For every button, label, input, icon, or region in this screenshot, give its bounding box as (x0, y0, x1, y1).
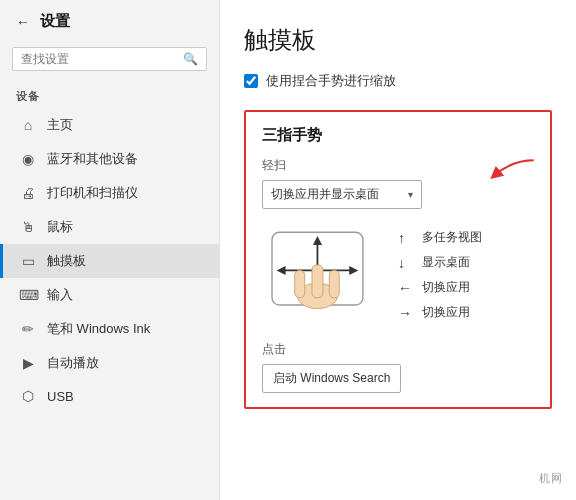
sidebar-item-touchpad[interactable]: ▭ 触摸板 (0, 244, 219, 278)
pinch-zoom-row: 使用捏合手势进行缩放 (244, 72, 552, 90)
swipe-dropdown[interactable]: 切换应用并显示桌面 ▾ (262, 180, 422, 209)
windows-search-button[interactable]: 启动 Windows Search (262, 364, 401, 393)
pinch-zoom-checkbox[interactable] (244, 74, 258, 88)
sidebar-item-home[interactable]: ⌂ 主页 (0, 108, 219, 142)
home-icon: ⌂ (19, 117, 37, 133)
sidebar-title: 设置 (40, 12, 70, 31)
svg-rect-10 (312, 265, 323, 298)
sidebar-item-pen[interactable]: ✏ 笔和 Windows Ink (0, 312, 219, 346)
sidebar-header: ← 设置 (0, 0, 219, 43)
down-arrow-icon: ↓ (398, 255, 414, 271)
gesture-diagram (262, 225, 382, 325)
sidebar-item-label: 鼠标 (47, 218, 73, 236)
click-label: 点击 (262, 341, 534, 358)
arrow-annotation (478, 156, 538, 190)
main-content: 触摸板 使用捏合手势进行缩放 三指手势 轻扫 切换应用并显示桌面 ▾ (220, 0, 576, 500)
sidebar-item-printer[interactable]: 🖨 打印机和扫描仪 (0, 176, 219, 210)
usb-icon: ⬡ (19, 388, 37, 404)
svg-rect-11 (329, 270, 339, 297)
printer-icon: 🖨 (19, 185, 37, 201)
dropdown-value: 切换应用并显示桌面 (271, 186, 379, 203)
mouse-icon: 🖱 (19, 219, 37, 235)
gesture-label-text: 显示桌面 (422, 254, 470, 271)
search-icon: 🔍 (183, 52, 198, 66)
sidebar-item-label: 打印机和扫描仪 (47, 184, 138, 202)
pinch-zoom-label: 使用捏合手势进行缩放 (266, 72, 396, 90)
input-icon: ⌨ (19, 287, 37, 303)
sidebar-item-bluetooth[interactable]: ◉ 蓝牙和其他设备 (0, 142, 219, 176)
back-icon[interactable]: ← (16, 14, 30, 30)
sidebar-item-label: 自动播放 (47, 354, 99, 372)
bluetooth-icon: ◉ (19, 151, 37, 167)
gesture-label-down: ↓ 显示桌面 (398, 254, 482, 271)
sidebar-item-input[interactable]: ⌨ 输入 (0, 278, 219, 312)
gesture-label-text: 切换应用 (422, 279, 470, 296)
chevron-down-icon: ▾ (408, 189, 413, 200)
sidebar-item-label: 笔和 Windows Ink (47, 320, 150, 338)
sidebar-item-label: 蓝牙和其他设备 (47, 150, 138, 168)
search-input[interactable] (21, 52, 183, 66)
gesture-label-left: ← 切换应用 (398, 279, 482, 296)
sidebar-item-autoplay[interactable]: ▶ 自动播放 (0, 346, 219, 380)
gesture-labels: ↑ 多任务视图 ↓ 显示桌面 ← 切换应用 → 切换应用 (398, 229, 482, 321)
pen-icon: ✏ (19, 321, 37, 337)
gesture-label-right: → 切换应用 (398, 304, 482, 321)
page-title: 触摸板 (244, 24, 552, 56)
search-box[interactable]: 🔍 (12, 47, 207, 71)
left-arrow-icon: ← (398, 280, 414, 296)
autoplay-icon: ▶ (19, 355, 37, 371)
touchpad-icon: ▭ (19, 253, 37, 269)
right-arrow-icon: → (398, 305, 414, 321)
sidebar-item-label: 主页 (47, 116, 73, 134)
up-arrow-icon: ↑ (398, 230, 414, 246)
watermark: 机网 (539, 471, 562, 486)
gesture-area: ↑ 多任务视图 ↓ 显示桌面 ← 切换应用 → 切换应用 (262, 225, 534, 325)
sidebar-section-label: 设备 (0, 83, 219, 108)
annotation-arrow-svg (478, 156, 538, 186)
sidebar-item-usb[interactable]: ⬡ USB (0, 380, 219, 412)
sidebar-item-label: 输入 (47, 286, 73, 304)
gesture-label-text: 切换应用 (422, 304, 470, 321)
gesture-label-text: 多任务视图 (422, 229, 482, 246)
sidebar-item-mouse[interactable]: 🖱 鼠标 (0, 210, 219, 244)
three-finger-section: 三指手势 轻扫 切换应用并显示桌面 ▾ (244, 110, 552, 409)
sidebar: ← 设置 🔍 设备 ⌂ 主页 ◉ 蓝牙和其他设备 🖨 打印机和扫描仪 🖱 鼠标 … (0, 0, 220, 500)
three-finger-title: 三指手势 (262, 126, 534, 145)
sidebar-item-label: USB (47, 389, 74, 404)
svg-rect-9 (295, 270, 305, 297)
gesture-label-up: ↑ 多任务视图 (398, 229, 482, 246)
sidebar-item-label: 触摸板 (47, 252, 86, 270)
